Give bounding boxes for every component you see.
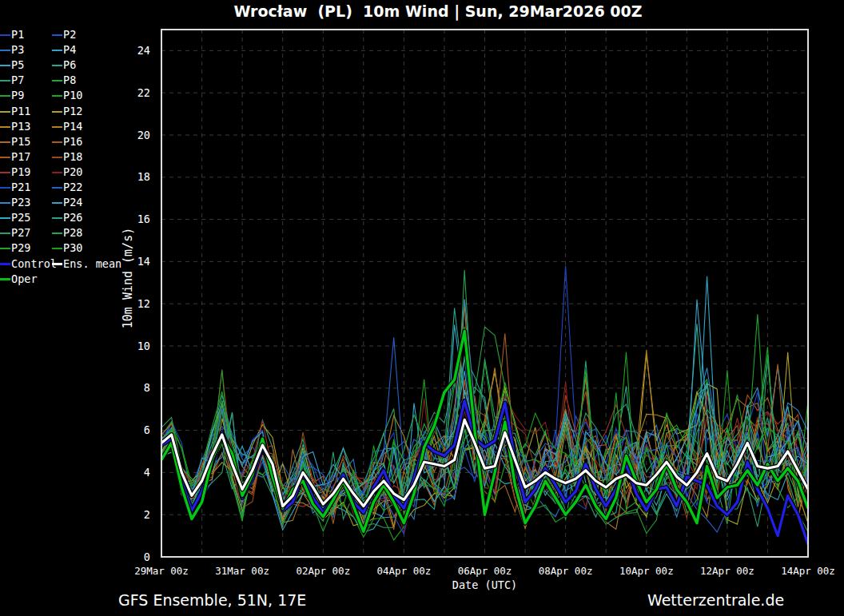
- x-tick-label: 31Mar 00z: [215, 565, 269, 577]
- y-tick-label: 20: [137, 129, 150, 141]
- y-tick-label: 22: [137, 86, 150, 99]
- y-tick-label: 16: [137, 213, 150, 225]
- x-tick-label: 08Apr 00z: [539, 565, 593, 577]
- y-tick-label: 6: [144, 423, 150, 436]
- y-tick-labels: 024681012141618202224: [137, 44, 150, 563]
- x-tick-label: 10Apr 00z: [619, 565, 674, 577]
- footer-right-text: Wetterzentrale.de: [647, 591, 784, 609]
- y-tick-label: 14: [137, 255, 150, 268]
- y-tick-label: 0: [144, 550, 150, 563]
- x-tick-label: 29Mar 00z: [134, 565, 189, 577]
- x-tick-label: 04Apr 00z: [377, 565, 432, 577]
- y-tick-label: 4: [144, 466, 150, 479]
- x-tick-label: 12Apr 00z: [700, 565, 754, 577]
- x-tick-labels: 29Mar 00z31Mar 00z02Apr 00z04Apr 00z06Ap…: [134, 565, 835, 577]
- y-tick-label: 24: [137, 44, 150, 57]
- footer-left-text: GFS Ensemble, 51N, 17E: [118, 591, 306, 609]
- x-tick-label: 06Apr 00z: [458, 565, 512, 577]
- y-tick-label: 12: [137, 297, 150, 310]
- x-tick-label: 14Apr 00z: [781, 565, 835, 577]
- y-tick-label: 8: [144, 381, 150, 394]
- ensemble-meteogram: Wrocław (PL) 10m Wind | Sun, 29Mar2026 0…: [0, 0, 844, 616]
- y-tick-label: 2: [144, 508, 150, 521]
- plot-area: 02468101214161820222429Mar 00z31Mar 00z0…: [0, 0, 844, 616]
- y-tick-label: 10: [137, 340, 150, 352]
- y-tick-label: 18: [137, 170, 150, 183]
- x-axis-label: Date (UTC): [452, 578, 517, 591]
- x-tick-label: 02Apr 00z: [296, 565, 350, 577]
